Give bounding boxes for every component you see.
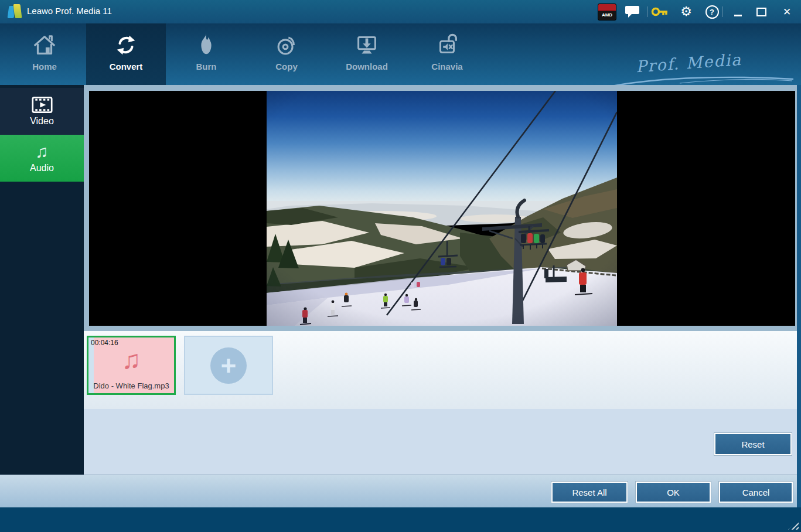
burn-flame-icon (193, 32, 220, 59)
audio-effect-panel: Set the output audio effect: ✓ Fade in ✓… (84, 409, 797, 475)
audio-clip-thumbnail[interactable]: 00:04:16 ♫ Dido - White Flag.mp3 (87, 336, 176, 395)
tab-burn[interactable]: Burn (166, 23, 246, 85)
titlebar-separator (722, 6, 722, 17)
ok-button[interactable]: OK (636, 482, 711, 503)
clip-strip: 00:04:16 ♫ Dido - White Flag.mp3 + (84, 331, 797, 409)
video-icon (32, 96, 53, 114)
preview-letterbox (89, 91, 795, 326)
maximize-button[interactable] (752, 0, 770, 23)
main-nav: Home Convert Burn (0, 23, 801, 85)
app-window: Leawo Prof. Media 11 AMD ⚙ ? ✕ (0, 0, 801, 532)
cancel-button[interactable]: Cancel (719, 482, 793, 503)
tab-cinavia[interactable]: Cinavia (407, 23, 487, 85)
tab-convert[interactable]: Convert (86, 23, 166, 85)
window-bottom-strip (0, 507, 801, 532)
close-button[interactable]: ✕ (777, 0, 797, 23)
convert-icon (113, 32, 139, 59)
audio-note-icon: ♫ (35, 143, 49, 161)
footer-bar: Reset All OK Cancel (0, 475, 801, 508)
minimize-button[interactable] (729, 0, 747, 23)
sidebar-item-video[interactable]: Video (0, 88, 84, 135)
preview-frame (84, 85, 797, 331)
feedback-icon[interactable] (622, 0, 642, 23)
sidebar: Video ♫ Audio (0, 85, 84, 475)
titlebar-separator (647, 6, 647, 17)
amd-radeon-badge-icon[interactable]: AMD (598, 0, 616, 23)
reset-button[interactable]: Reset (714, 433, 792, 455)
resize-grip[interactable] (788, 520, 799, 530)
titlebar: Leawo Prof. Media 11 AMD ⚙ ? ✕ (0, 0, 801, 23)
register-key-icon[interactable] (649, 0, 670, 23)
window-title: Leawo Prof. Media 11 (27, 6, 112, 16)
tab-download[interactable]: Download (327, 23, 407, 85)
help-icon[interactable]: ? (702, 0, 722, 23)
window-right-border (797, 85, 801, 507)
add-file-button[interactable]: + (184, 336, 273, 395)
settings-gear-icon[interactable]: ⚙ (676, 0, 696, 23)
tab-copy[interactable]: Copy (247, 23, 326, 85)
music-note-icon: ♫ (88, 346, 174, 374)
home-icon (31, 32, 58, 59)
copy-disc-icon (273, 32, 300, 59)
tab-home[interactable]: Home (5, 23, 84, 85)
cinavia-unlock-icon (434, 32, 461, 59)
download-icon (353, 32, 380, 59)
preview-image (267, 91, 617, 326)
sidebar-item-audio[interactable]: ♫ Audio (0, 135, 84, 182)
app-logo-icon (7, 4, 23, 19)
clip-filename: Dido - White Flag.mp3 (88, 381, 174, 390)
plus-icon: + (210, 347, 247, 384)
reset-all-button[interactable]: Reset All (551, 482, 628, 503)
